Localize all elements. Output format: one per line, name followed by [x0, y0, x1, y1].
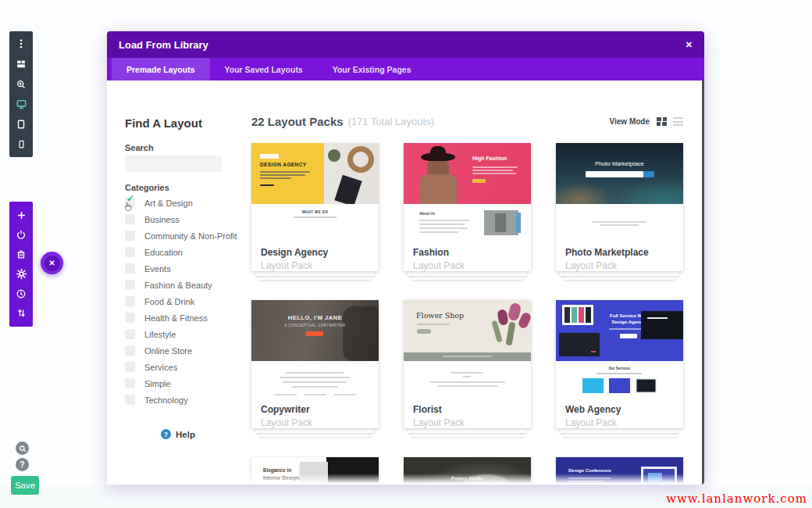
- pack-thumbnail: Design Conference: [556, 457, 683, 485]
- checkbox[interactable]: ✓: [125, 247, 135, 257]
- question-icon: ?: [20, 460, 24, 469]
- category-fashion-beauty[interactable]: ✓ Fashion & Beauty: [125, 280, 250, 290]
- zoom-fab[interactable]: [16, 442, 29, 455]
- pack-name: Photo Marketplace: [565, 247, 674, 258]
- card-stack: [255, 271, 375, 276]
- pack-card-design-conference[interactable]: Design Conference: [556, 457, 683, 485]
- layout-packs-grid: DESIGN AGENCY WHAT WE DO: [251, 143, 683, 485]
- category-services[interactable]: ✓ Services: [125, 362, 250, 372]
- category-events[interactable]: ✓ Events: [125, 263, 250, 274]
- pack-name: Florist: [413, 404, 522, 415]
- total-layouts-subheading: (171 Total Layouts): [348, 116, 434, 127]
- checkbox[interactable]: ✓: [125, 362, 135, 372]
- modal-scrollbar[interactable]: [702, 80, 704, 485]
- pack-type: Layout Pack: [565, 260, 674, 271]
- pack-thumbnail: Flower Shop: [404, 300, 531, 361]
- category-art-design[interactable]: ✓ Art & Design: [125, 198, 250, 208]
- desktop-view-icon[interactable]: [15, 98, 27, 110]
- modal-body: Find A Layout Search Categories ✓ Art & …: [107, 80, 704, 485]
- help-fab[interactable]: ?: [16, 458, 29, 471]
- categories-label: Categories: [125, 183, 169, 192]
- pack-thumbnail: DESIGN AGENCY: [251, 143, 379, 204]
- pack-preview: [251, 361, 379, 402]
- checkbox[interactable]: ✓: [125, 214, 135, 224]
- pack-card-fashion[interactable]: High Fashion About Us: [404, 143, 531, 271]
- grid-view-icon[interactable]: [657, 117, 667, 126]
- pack-thumbnail: High Fashion: [404, 143, 531, 204]
- tab-your-saved-layouts[interactable]: Your Saved Layouts: [210, 58, 318, 80]
- zoom-icon[interactable]: [15, 78, 27, 91]
- checkbox[interactable]: ✓: [125, 296, 135, 306]
- category-technology[interactable]: ✓ Technology: [125, 395, 250, 405]
- screen: ✕ ? Save Load From Library ✕ Premade Lay…: [0, 0, 812, 508]
- builder-close-fab[interactable]: ✕: [41, 252, 63, 274]
- checkbox[interactable]: ✓: [125, 378, 135, 388]
- add-icon[interactable]: [15, 209, 27, 221]
- pack-card-pottery-studio[interactable]: Pottery Studio: [404, 457, 531, 485]
- category-community-non-profit[interactable]: ✓ Community & Non-Profit: [125, 231, 250, 241]
- tablet-view-icon[interactable]: [15, 118, 27, 131]
- card-stack: [560, 271, 679, 276]
- card-stack: [411, 276, 523, 280]
- pack-card-florist[interactable]: Flower Shop: [404, 300, 531, 428]
- hand-cursor-icon: [123, 202, 133, 213]
- category-business[interactable]: ✓ Business: [125, 214, 250, 224]
- pack-card-design-agency[interactable]: DESIGN AGENCY WHAT WE DO: [251, 143, 379, 271]
- search-input[interactable]: [125, 156, 222, 172]
- category-simple[interactable]: ✓ Simple: [125, 378, 250, 388]
- category-education[interactable]: ✓ Education: [125, 247, 250, 257]
- pack-name: Copywriter: [261, 404, 369, 415]
- modal-title: Load From Library: [119, 39, 208, 51]
- list-view-icon[interactable]: [673, 117, 683, 126]
- history-clock-icon[interactable]: [15, 288, 27, 300]
- tab-premade-layouts[interactable]: Premade Layouts: [112, 58, 210, 80]
- help-link[interactable]: ? Help: [161, 429, 195, 439]
- builder-toolbar-dark: [9, 31, 33, 157]
- pack-preview: [404, 361, 531, 402]
- card-stack: [411, 433, 523, 437]
- pack-card-interior-design[interactable]: Elegance in Interior Design.: [251, 457, 379, 485]
- tab-your-existing-pages[interactable]: Your Existing Pages: [318, 58, 426, 80]
- help-icon: ?: [161, 429, 171, 439]
- pack-preview: Our Services: [556, 361, 683, 402]
- checkbox[interactable]: ✓: [125, 329, 135, 339]
- card-stack: [259, 276, 371, 280]
- checkbox[interactable]: ✓: [125, 395, 135, 405]
- search-label: Search: [125, 143, 154, 152]
- checkbox[interactable]: ✓: [125, 345, 135, 356]
- trash-icon[interactable]: [15, 248, 27, 260]
- pack-card-copywriter[interactable]: HELLO, I'M JANE A CONCEPTUAL COPYWRITER: [251, 300, 379, 428]
- packs-count-heading: 22 Layout Packs: [251, 115, 344, 128]
- builder-toolbar-purple: [9, 202, 33, 327]
- modal-close-icon[interactable]: ✕: [686, 40, 693, 50]
- card-stack: [564, 433, 675, 437]
- checkbox[interactable]: ✓: [125, 280, 135, 290]
- card-stack: [560, 428, 679, 433]
- pack-type: Layout Pack: [413, 417, 522, 428]
- settings-gear-icon[interactable]: [15, 268, 27, 281]
- modal-tabs: Premade Layouts Your Saved Layouts Your …: [107, 58, 704, 80]
- category-lifestyle[interactable]: ✓ Lifestyle: [125, 329, 250, 339]
- pack-thumbnail: Photo Marketplace: [556, 143, 683, 204]
- pack-preview: About Us: [404, 204, 531, 245]
- phone-view-icon[interactable]: [15, 138, 27, 151]
- pack-thumbnail: Pottery Studio: [404, 457, 531, 485]
- pack-card-photo-marketplace[interactable]: Photo Marketplace Photo Marketplace Layo…: [556, 143, 683, 271]
- main-header: 22 Layout Packs (171 Total Layouts) View…: [251, 115, 683, 128]
- wireframe-view-icon[interactable]: [15, 58, 27, 70]
- category-health-fitness[interactable]: ✓ Health & Fitness: [125, 313, 250, 323]
- pack-type: Layout Pack: [261, 417, 369, 428]
- swap-arrows-icon[interactable]: [15, 307, 27, 320]
- category-online-store[interactable]: ✓ Online Store: [125, 345, 250, 356]
- kebab-menu-icon[interactable]: [15, 38, 27, 50]
- checkbox[interactable]: ✓: [125, 263, 135, 274]
- portability-power-icon[interactable]: [15, 228, 27, 241]
- checkbox[interactable]: ✓: [125, 313, 135, 323]
- sidebar-heading: Find A Layout: [125, 116, 202, 130]
- pack-card-web-agency[interactable]: Full Service Web Design Agency Our Servi…: [556, 300, 683, 428]
- pack-type: Layout Pack: [413, 260, 522, 271]
- save-button[interactable]: Save: [11, 476, 39, 495]
- category-food-drink[interactable]: ✓ Food & Drink: [125, 296, 250, 306]
- checkbox[interactable]: ✓: [125, 198, 135, 208]
- checkbox[interactable]: ✓: [125, 231, 135, 241]
